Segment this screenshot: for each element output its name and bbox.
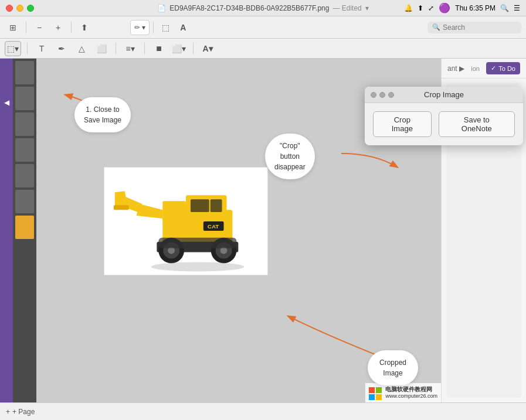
svg-rect-4 [162,201,186,221]
sep-t2-2 [116,43,116,54]
font-button[interactable]: A▾ [199,41,216,56]
separator-1 [26,22,26,33]
edited-label: — Edited [332,4,361,12]
crop-min-light[interactable] [379,92,385,98]
windows-logo [369,387,382,400]
toolbar-2: ⬚▾ T ✒ △ ⬜ ≡▾ ■ ⬜▾ A▾ [0,39,526,59]
crop-button[interactable]: ⬜ [93,41,110,56]
notification-icon[interactable]: 🔔 [404,4,413,12]
save-to-onenote-button[interactable]: Save to OneNote [439,111,515,137]
page-item-6[interactable] [15,190,34,213]
pen-group: ✏ ▾ ⬚ A [130,20,191,35]
time-display: Thu 6:35 PM [455,4,496,12]
align-button[interactable]: ≡▾ [122,41,138,56]
svg-marker-7 [115,191,128,207]
toolbar-1: ⊞ − + ⬆ ✏ ▾ ⬚ A 🔍 [0,16,526,39]
svg-rect-3 [211,199,222,212]
crop-dialog-title-bar: Crop Image [365,87,523,103]
separator-2 [71,22,72,33]
bottom-bar: + + Page [0,402,526,420]
title-bar: 📄 ED9A9FA8-2C17-D34B-BDB6-0A922B5B677F.p… [0,0,526,16]
zoom-out-button[interactable]: − [31,20,47,35]
search-icon-small: 🔍 [432,23,440,31]
svg-rect-22 [369,387,375,393]
pages-panel [13,59,36,402]
file-icon: 📄 [157,4,166,12]
sep-t2-3 [144,43,145,54]
crop-dialog-lights [371,92,394,98]
callout-cropped-image: Cropped Image [368,350,418,385]
watermark-logo [369,387,382,400]
todo-check-icon: ✓ [491,64,496,72]
text-button[interactable]: T [33,41,50,56]
page-item-7[interactable] [15,216,34,239]
callout-crop-disappear: "Crop" button disappear [265,134,315,179]
svg-rect-24 [369,394,375,400]
search-bar[interactable]: 🔍 [427,22,521,33]
close-button[interactable] [6,5,13,12]
sep-t2-4 [193,43,194,54]
select-button[interactable]: ⬚▾ [5,41,21,56]
color-fill-button[interactable]: ■ [151,41,167,56]
pen3-button[interactable]: ✒ [53,41,70,56]
svg-text:CAT: CAT [208,223,219,229]
crop-dialog: Crop Image Crop Image Save to OneNote [365,87,523,145]
menu-icon[interactable]: ☰ [514,4,520,12]
fullscreen-icon[interactable]: ⤢ [428,4,434,12]
page-item-4[interactable] [15,138,34,162]
watermark-text-1: 电脑软硬件教程网 [385,385,437,393]
share-button[interactable]: ⬆ [76,20,93,35]
shapes-button[interactable]: △ [73,41,90,56]
svg-point-19 [151,262,244,271]
traffic-lights [6,5,34,12]
system-tray: 🔔 ⬆ ⤢ 🟣 Thu 6:35 PM 🔍 ☰ [404,2,520,13]
todo-button[interactable]: ✓ To Do [486,62,520,74]
sep-t2-1 [27,43,28,54]
zoom-in-button[interactable]: + [50,20,66,35]
sign-button[interactable]: A [175,20,191,35]
add-page-button[interactable]: + + Page [6,408,35,416]
svg-rect-16 [158,237,236,248]
crop-image-button[interactable]: Crop Image [373,111,432,137]
sidebar-toggle-button[interactable]: ⊞ [5,20,21,35]
svg-rect-8 [114,205,129,210]
search-icon[interactable]: 🔍 [500,4,509,12]
page-item-1[interactable] [15,61,34,84]
maximize-button[interactable] [27,5,34,12]
crop-close-light[interactable] [371,92,376,98]
filename: ED9A9FA8-2C17-D34B-BDB6-0A922B5B677F.png [169,4,329,12]
pen-button[interactable]: ✏ ▾ [130,20,150,35]
share-icon[interactable]: ⬆ [418,4,423,12]
minimize-button[interactable] [16,5,23,12]
bulldozer-image-container: CAT [104,167,268,275]
watermark: 电脑软硬件教程网 www.computer26.com [365,383,441,402]
title-bar-center: 📄 ED9A9FA8-2C17-D34B-BDB6-0A922B5B677F.p… [157,4,369,12]
svg-rect-23 [376,387,382,393]
svg-rect-2 [191,199,209,212]
bulldozer-svg: CAT [104,169,267,274]
plus-icon: + [6,408,10,416]
sep-pen [153,22,154,33]
add-page-label: + Page [12,408,35,416]
stamp-button[interactable]: ⬚ [157,20,174,35]
chevron-down-icon: ▾ [365,4,369,12]
page-item-2[interactable] [15,87,34,110]
page-item-3[interactable] [15,112,34,136]
crop-max-light[interactable] [388,92,394,98]
watermark-text-2: www.computer26.com [385,393,437,400]
right-sidebar-header: ant ▶ ion ✓ To Do [442,59,526,78]
crop-dialog-body: Crop Image Save to OneNote [365,103,523,145]
search-input[interactable] [443,23,513,32]
crop-dialog-title: Crop Image [424,90,464,99]
sidebar-purple: ◀ [0,59,13,402]
callout-close-to-save: 1. Close to Save Image [74,97,131,132]
page-item-5[interactable] [15,164,34,187]
sidebar-collapse-arrow[interactable]: ◀ [4,98,9,107]
onenote-icon: 🟣 [439,2,450,13]
right-sidebar-expand[interactable]: ant ▶ [447,64,464,73]
border-button[interactable]: ⬜▾ [171,41,187,56]
right-sidebar-label: ion [471,65,480,72]
svg-rect-25 [376,394,382,400]
